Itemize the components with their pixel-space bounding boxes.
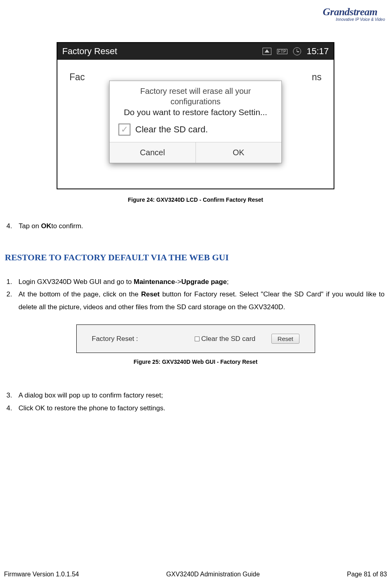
list-item: 4. Click OK to restore the phone to fact…	[6, 402, 385, 414]
footer-left: Firmware Version 1.0.1.54	[4, 571, 79, 578]
dialog-title: Factory reset will erase all your config…	[110, 81, 281, 107]
clock-icon	[293, 47, 301, 55]
clear-sd-checkbox-group: Clear the SD card	[195, 335, 255, 343]
footer-center: GXV3240D Administration Guide	[166, 571, 260, 578]
brand-logo: Grandstream Innovative IP Voice & Video	[323, 6, 385, 22]
list-item: 1. Login GXV3240D Web GUI and go to Main…	[6, 276, 385, 288]
factory-reset-label: Factory Reset :	[92, 335, 138, 343]
checkbox-icon[interactable]	[195, 337, 200, 341]
logo-main: Grandstream	[323, 6, 385, 18]
checkbox-icon[interactable]: ✓	[118, 124, 130, 136]
footer-right: Page 81 of 83	[347, 571, 387, 578]
confirm-dialog: Factory reset will erase all your config…	[109, 81, 282, 163]
step-4: 4. Tap on OKto confirm.	[4, 222, 387, 230]
page-footer: Firmware Version 1.0.1.54 GXV3240D Admin…	[4, 571, 387, 578]
cancel-button[interactable]: Cancel	[110, 142, 196, 163]
checkbox-label: Clear the SD card.	[135, 124, 208, 135]
list-item: 2. At the bottom of the page, click on t…	[6, 288, 385, 313]
figure-24-screenshot: Factory Reset FTP 15:17 Fac ns Factory r…	[57, 42, 334, 189]
figure-24-caption: Figure 24: GXV3240D LCD - Confirm Factor…	[4, 197, 387, 203]
section-heading: RESTORE TO FACTORY DEFAULT VIA THE WEB G…	[4, 252, 387, 263]
reset-button[interactable]: Reset	[271, 334, 299, 344]
ftp-icon: FTP	[277, 49, 287, 54]
list-item: 3. A dialog box will pop up to confirm f…	[6, 389, 385, 401]
status-title: Factory Reset	[62, 46, 263, 57]
image-icon	[263, 48, 271, 55]
android-status-bar: Factory Reset FTP 15:17	[57, 43, 334, 60]
ok-button[interactable]: OK	[196, 142, 282, 163]
status-time: 15:17	[307, 46, 329, 57]
figure-25-caption: Figure 25: GXV3240D Web GUI - Factory Re…	[4, 359, 387, 365]
figure-25-screenshot: Factory Reset : Clear the SD card Reset	[76, 324, 315, 353]
dialog-subtitle: Do you want to restore factory Settin...	[110, 107, 281, 121]
